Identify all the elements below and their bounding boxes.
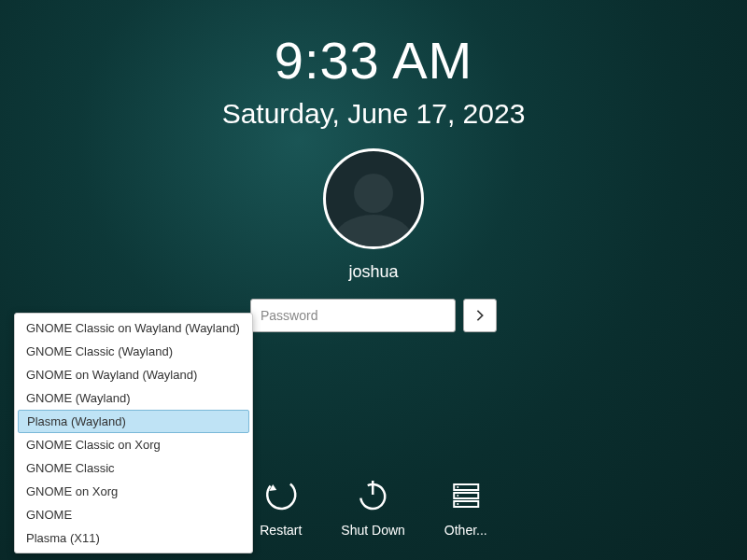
time-text: 9:33 AM [0, 30, 747, 91]
session-item[interactable]: GNOME on Xorg [15, 480, 252, 503]
avatar-placeholder-icon [326, 151, 421, 246]
username-label: joshua [0, 262, 747, 282]
login-button[interactable] [463, 299, 497, 332]
session-item[interactable]: Plasma (Wayland) [18, 410, 249, 433]
password-input[interactable] [250, 299, 456, 332]
session-item[interactable]: GNOME (Wayland) [15, 386, 252, 410]
session-menu[interactable]: GNOME Classic on Wayland (Wayland)GNOME … [14, 313, 253, 553]
svg-point-6 [457, 486, 458, 488]
session-item[interactable]: GNOME [15, 503, 252, 526]
restart-icon [262, 476, 300, 513]
user-avatar[interactable] [323, 148, 424, 249]
other-label: Other... [444, 523, 487, 538]
svg-point-8 [457, 503, 458, 505]
session-item[interactable]: GNOME Classic on Xorg [15, 433, 252, 456]
chevron-right-icon [473, 309, 486, 322]
list-icon [447, 476, 485, 513]
session-item[interactable]: GNOME Classic [15, 456, 252, 480]
session-item[interactable]: Plasma (X11) [15, 526, 252, 550]
clock-display: 9:33 AM Saturday, June 17, 2023 [0, 0, 747, 130]
session-item[interactable]: GNOME Classic on Wayland (Wayland) [15, 316, 252, 340]
svg-point-7 [457, 495, 458, 497]
shutdown-label: Shut Down [341, 523, 404, 538]
shutdown-button[interactable]: Shut Down [341, 476, 404, 538]
restart-label: Restart [260, 523, 302, 538]
svg-point-0 [262, 476, 300, 513]
date-text: Saturday, June 17, 2023 [0, 98, 747, 130]
restart-button[interactable]: Restart [260, 476, 302, 538]
other-button[interactable]: Other... [444, 476, 487, 538]
session-item[interactable]: GNOME on Wayland (Wayland) [15, 363, 252, 386]
power-icon [355, 476, 392, 513]
bottom-actions: Restart Shut Down Other... [260, 476, 487, 538]
session-item[interactable]: GNOME Classic (Wayland) [15, 340, 252, 363]
